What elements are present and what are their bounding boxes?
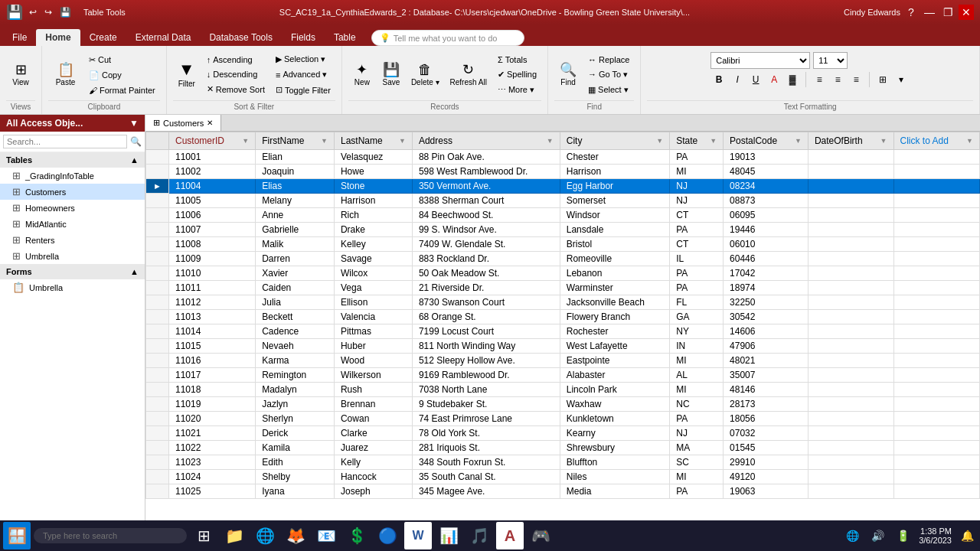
row-selector[interactable] [146, 339, 169, 354]
font-select[interactable]: Calibri [710, 52, 810, 69]
view-btn[interactable]: ⊞ View [7, 60, 34, 90]
col-header-city[interactable]: City ▼ [560, 132, 669, 150]
cell-state[interactable]: PA [670, 484, 724, 499]
table-row[interactable]: 11023EdithKelly348 South Foxrun St.Bluff… [146, 455, 980, 470]
cell-postalcode[interactable]: 08873 [724, 194, 808, 208]
cell-dateofbirth[interactable] [808, 237, 893, 252]
cell-state[interactable]: MI [670, 354, 724, 368]
cell-postalcode[interactable]: 48021 [724, 354, 808, 368]
cell-click-to-add[interactable] [893, 237, 979, 252]
cell-state[interactable]: IL [670, 252, 724, 266]
table-row[interactable]: 11018MadalynRush7038 North LaneLincoln P… [146, 383, 980, 397]
cell-city[interactable]: Niles [560, 470, 669, 484]
cell-firstname[interactable]: Darren [256, 252, 335, 266]
cell-firstname[interactable]: Kamila [256, 441, 335, 455]
help-btn[interactable]: ? [903, 5, 919, 20]
cell-city[interactable]: Bristol [560, 237, 669, 252]
cell-postalcode[interactable]: 28173 [724, 397, 808, 412]
cell-postalcode[interactable]: 18974 [724, 281, 808, 295]
row-selector[interactable] [146, 223, 169, 237]
cell-address[interactable]: 811 North Winding Way [412, 339, 560, 354]
game-btn[interactable]: 🎮 [527, 522, 554, 549]
advanced-btn[interactable]: ≡ Advanced ▾ [271, 67, 335, 82]
cell-state[interactable]: PA [670, 281, 724, 295]
cell-postalcode[interactable]: 19446 [724, 223, 808, 237]
cell-customerid[interactable]: 11004 [169, 179, 256, 194]
nav-item-midatlantic[interactable]: ⊞ MidAtlantic [0, 216, 145, 232]
cell-address[interactable]: 74 East Primrose Lane [412, 412, 560, 426]
cell-lastname[interactable]: Rush [334, 383, 412, 397]
cell-city[interactable]: Eastpointe [560, 354, 669, 368]
excel-btn[interactable]: 📊 [435, 522, 462, 549]
cell-customerid[interactable]: 11023 [169, 455, 256, 470]
cell-dateofbirth[interactable] [808, 441, 893, 455]
select-btn[interactable]: ▦ Select ▾ [583, 83, 634, 97]
cell-lastname[interactable]: Kelley [334, 237, 412, 252]
task-view-btn[interactable]: ⊞ [190, 522, 217, 549]
col-header-address[interactable]: Address ▼ [412, 132, 560, 150]
cell-postalcode[interactable]: 48045 [724, 165, 808, 179]
cell-state[interactable]: NJ [670, 194, 724, 208]
table-row[interactable]: 11007GabrielleDrake99 S. Windsor Ave.Lan… [146, 223, 980, 237]
col-header-click-to-add[interactable]: Click to Add ▼ [893, 132, 979, 150]
cell-address[interactable]: 68 Orange St. [412, 310, 560, 324]
toggle-filter-btn[interactable]: ⊡ Toggle Filter [271, 83, 335, 97]
cell-postalcode[interactable]: 32250 [724, 295, 808, 310]
cell-city[interactable]: Shrewsbury [560, 441, 669, 455]
totals-btn[interactable]: Σ Totals [493, 53, 541, 67]
cell-state[interactable]: NC [670, 397, 724, 412]
cell-address[interactable]: 35 South Canal St. [412, 470, 560, 484]
cell-customerid[interactable]: 11013 [169, 310, 256, 324]
row-selector[interactable] [146, 412, 169, 426]
table-row[interactable]: 11019JazlynBrennan9 Studebaker St.Waxhaw… [146, 397, 980, 412]
cell-click-to-add[interactable] [893, 455, 979, 470]
cell-postalcode[interactable]: 19063 [724, 484, 808, 499]
cell-dateofbirth[interactable] [808, 150, 893, 165]
cell-customerid[interactable]: 11001 [169, 150, 256, 165]
table-row[interactable]: 11008MalikKelley7409 W. Glendale St.Bris… [146, 237, 980, 252]
cell-address[interactable]: 512 Sleepy Hollow Ave. [412, 354, 560, 368]
row-selector[interactable] [146, 281, 169, 295]
cell-click-to-add[interactable] [893, 208, 979, 223]
undo-btn[interactable]: ↩ [28, 5, 38, 19]
nav-item-umbrella[interactable]: ⊞ Umbrella [0, 248, 145, 264]
cell-lastname[interactable]: Savage [334, 252, 412, 266]
cell-state[interactable]: NY [670, 324, 724, 339]
row-selector[interactable] [146, 470, 169, 484]
cell-click-to-add[interactable] [893, 324, 979, 339]
cell-city[interactable]: Kearny [560, 426, 669, 441]
remove-sort-btn[interactable]: ✕ Remove Sort [202, 82, 270, 96]
cell-customerid[interactable]: 11014 [169, 324, 256, 339]
cell-city[interactable]: Harrison [560, 165, 669, 179]
more-btn[interactable]: ⋯ More ▾ [493, 83, 541, 97]
tab-database-tools[interactable]: Database Tools [200, 29, 282, 46]
tab-home[interactable]: Home [36, 29, 80, 46]
doc-tab-close[interactable]: ✕ [207, 119, 213, 127]
cell-customerid[interactable]: 11009 [169, 252, 256, 266]
align-right-btn[interactable]: ≡ [848, 71, 864, 88]
cell-lastname[interactable]: Huber [334, 339, 412, 354]
tell-me-bar[interactable]: 💡 Tell me what you want to do [371, 30, 524, 46]
cell-address[interactable]: 7199 Locust Court [412, 324, 560, 339]
cell-city[interactable]: Media [560, 484, 669, 499]
cell-address[interactable]: 7038 North Lane [412, 383, 560, 397]
cell-state[interactable]: GA [670, 310, 724, 324]
cell-address[interactable]: 348 South Foxrun St. [412, 455, 560, 470]
table-row[interactable]: 11010XavierWilcox50 Oak Meadow St.Lebano… [146, 266, 980, 281]
tab-file[interactable]: File [3, 29, 36, 46]
tab-fields[interactable]: Fields [282, 29, 325, 46]
cell-postalcode[interactable]: 29910 [724, 455, 808, 470]
cell-address[interactable]: 8730 Swanson Court [412, 295, 560, 310]
replace-btn[interactable]: ↔ Replace [583, 53, 634, 67]
cell-customerid[interactable]: 11018 [169, 383, 256, 397]
tab-external-data[interactable]: External Data [126, 29, 201, 46]
nav-item-grading[interactable]: ⊞ _GradingInfoTable [0, 168, 145, 184]
cell-state[interactable]: IN [670, 339, 724, 354]
col-header-customerid[interactable]: CustomerID ▼ [169, 132, 256, 150]
cell-dateofbirth[interactable] [808, 484, 893, 499]
cell-state[interactable]: MI [670, 470, 724, 484]
cell-postalcode[interactable]: 06010 [724, 237, 808, 252]
cell-click-to-add[interactable] [893, 310, 979, 324]
cell-customerid[interactable]: 11025 [169, 484, 256, 499]
cell-dateofbirth[interactable] [808, 194, 893, 208]
